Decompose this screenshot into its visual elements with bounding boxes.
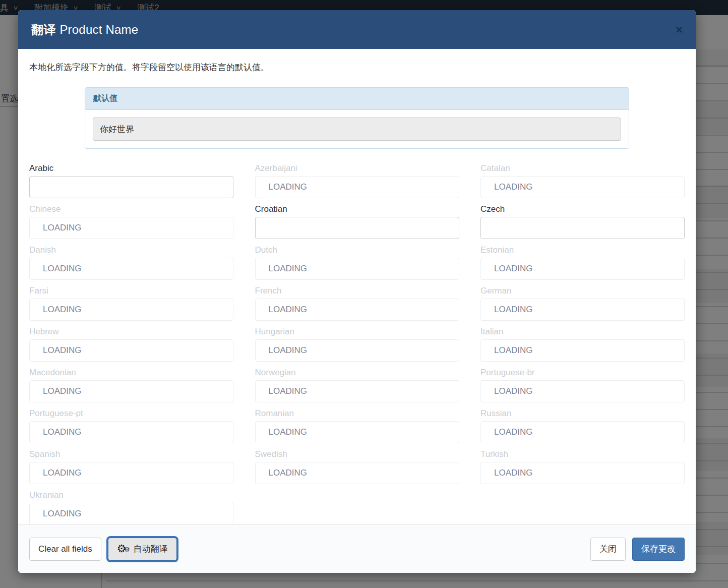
language-field-input[interactable] — [255, 217, 459, 239]
modal-title-zh: 翻译 — [31, 23, 55, 36]
language-field-label: German — [480, 286, 685, 296]
language-field: Dutch — [255, 245, 459, 280]
language-field-input[interactable] — [29, 339, 233, 362]
language-field-input[interactable] — [255, 299, 459, 321]
language-field-input[interactable] — [255, 380, 459, 402]
language-field-input[interactable] — [255, 176, 459, 198]
language-field-label: Azerbaijani — [255, 163, 459, 173]
language-field-input[interactable] — [480, 299, 685, 321]
language-field-input[interactable] — [29, 217, 233, 239]
language-field-input[interactable] — [29, 258, 233, 280]
language-field-input[interactable] — [480, 258, 685, 280]
language-field-input[interactable] — [29, 299, 233, 321]
language-field: Norwegian — [255, 368, 459, 402]
language-field: Estonian — [480, 245, 685, 280]
translate-modal: 翻译Product Name × 本地化所选字段下方的值。将字段留空以使用该语言… — [18, 10, 696, 573]
language-field-label: Spanish — [29, 449, 233, 459]
language-field: Chinese — [29, 204, 233, 239]
default-value-heading: 默认值 — [85, 88, 629, 110]
language-field: Arabic — [29, 163, 233, 198]
language-field: Portuguese-pt — [29, 408, 233, 443]
default-value-panel: 默认值 — [85, 87, 629, 149]
language-field-label: Turkish — [480, 449, 685, 459]
language-field-label: Swedish — [255, 449, 459, 459]
language-field: Macedonian — [29, 368, 233, 402]
language-field-label: Hungarian — [255, 327, 459, 337]
language-field: Portuguese-br — [480, 368, 685, 402]
language-field: Ukranian — [29, 490, 233, 524]
close-button[interactable]: 关闭 — [590, 538, 626, 561]
modal-body: 本地化所选字段下方的值。将字段留空以使用该语言的默认值。 默认值 Arabic … — [18, 49, 696, 524]
language-field-label: Hebrew — [29, 327, 233, 337]
language-field-input[interactable] — [480, 176, 685, 198]
footer-left-group: Clear all fields 自动翻译 — [29, 538, 177, 561]
language-field-label: Norwegian — [255, 368, 459, 378]
modal-title-en: Product Name — [59, 23, 138, 36]
language-field: Hungarian — [255, 327, 459, 362]
cogs-icon — [117, 544, 129, 554]
language-field-label: Romanian — [255, 408, 459, 419]
language-field: Farsi — [29, 286, 233, 321]
language-field-input[interactable] — [480, 339, 685, 362]
language-field: Italian — [480, 327, 685, 362]
language-field-label: Farsi — [29, 286, 233, 296]
language-field-input[interactable] — [480, 380, 685, 402]
language-field: Hebrew — [29, 327, 233, 362]
language-field-input[interactable] — [29, 462, 233, 484]
language-field: Spanish — [29, 449, 233, 484]
language-field-label: Croatian — [255, 204, 459, 214]
language-field: German — [480, 286, 685, 321]
language-field-input[interactable] — [480, 217, 685, 239]
language-field-input[interactable] — [29, 176, 233, 198]
language-field-input[interactable] — [255, 462, 459, 484]
language-field-label: Catalan — [480, 163, 685, 173]
language-field: Russian — [480, 408, 685, 443]
language-field-input[interactable] — [29, 503, 233, 524]
language-field: Swedish — [255, 449, 459, 484]
modal-header: 翻译Product Name × — [18, 10, 696, 49]
language-field-label: Macedonian — [29, 368, 233, 378]
language-field: Catalan — [480, 163, 685, 198]
language-field-label: Portuguese-pt — [29, 408, 233, 419]
auto-translate-button[interactable]: 自动翻译 — [108, 538, 177, 561]
footer-right-group: 关闭 保存更改 — [590, 538, 685, 561]
clear-all-fields-button[interactable]: Clear all fields — [29, 538, 101, 561]
default-value-input — [93, 117, 621, 141]
language-field: Azerbaijani — [255, 163, 459, 198]
language-field: Czech — [480, 204, 685, 239]
language-field-input[interactable] — [29, 380, 233, 402]
language-field-label: Portuguese-br — [480, 368, 685, 378]
language-field-label: Chinese — [29, 204, 233, 214]
language-field-label: Italian — [480, 327, 685, 337]
language-field: Turkish — [480, 449, 685, 484]
language-field-input[interactable] — [480, 421, 685, 443]
language-field-label: Russian — [480, 408, 685, 419]
language-field-input[interactable] — [29, 421, 233, 443]
language-field-input[interactable] — [255, 258, 459, 280]
close-icon[interactable]: × — [676, 24, 683, 36]
modal-footer: Clear all fields 自动翻译 关闭 保存更改 — [18, 524, 696, 573]
language-field-label: Ukranian — [29, 490, 233, 500]
modal-title: 翻译Product Name — [31, 22, 138, 38]
language-field-label: Czech — [480, 204, 685, 214]
language-field: Romanian — [255, 408, 459, 443]
default-value-body — [85, 110, 629, 148]
language-field-input[interactable] — [255, 339, 459, 362]
language-field: French — [255, 286, 459, 321]
language-fields: Arabic Azerbaijani Catalan Chinese Croat… — [29, 163, 685, 524]
language-field: Croatian — [255, 204, 459, 239]
save-changes-button[interactable]: 保存更改 — [632, 538, 685, 561]
language-field-input[interactable] — [255, 421, 459, 443]
language-field-input[interactable] — [480, 462, 685, 484]
auto-translate-label: 自动翻译 — [134, 543, 168, 555]
language-field: Danish — [29, 245, 233, 280]
language-field-label: Arabic — [29, 163, 233, 173]
language-field-label: Dutch — [255, 245, 459, 255]
language-field-label: French — [255, 286, 459, 296]
language-field-label: Estonian — [480, 245, 685, 255]
modal-description: 本地化所选字段下方的值。将字段留空以使用该语言的默认值。 — [29, 62, 685, 73]
language-field-label: Danish — [29, 245, 233, 255]
